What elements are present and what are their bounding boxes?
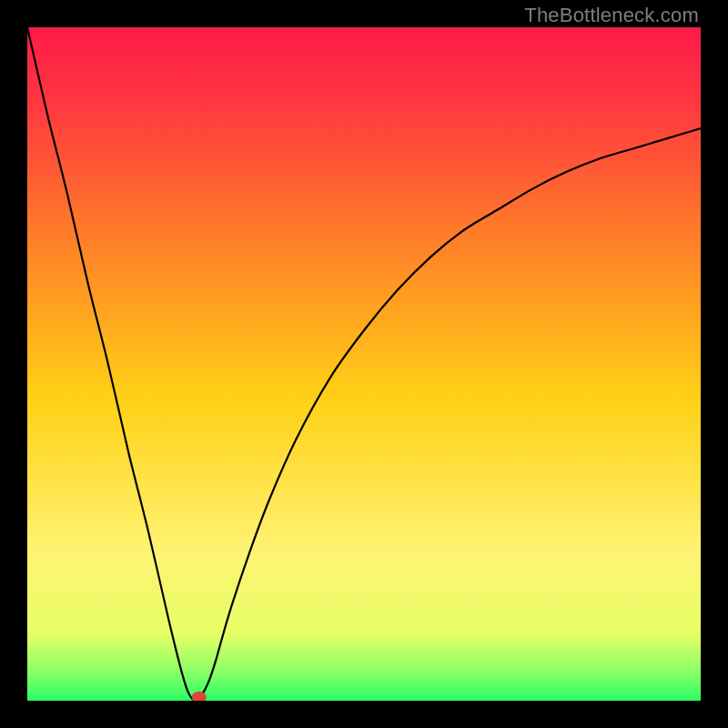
gradient-background <box>27 27 701 701</box>
chart-frame: TheBottleneck.com <box>0 0 728 728</box>
chart-svg <box>27 27 701 701</box>
plot-area <box>27 27 701 701</box>
watermark-label: TheBottleneck.com <box>524 4 699 27</box>
